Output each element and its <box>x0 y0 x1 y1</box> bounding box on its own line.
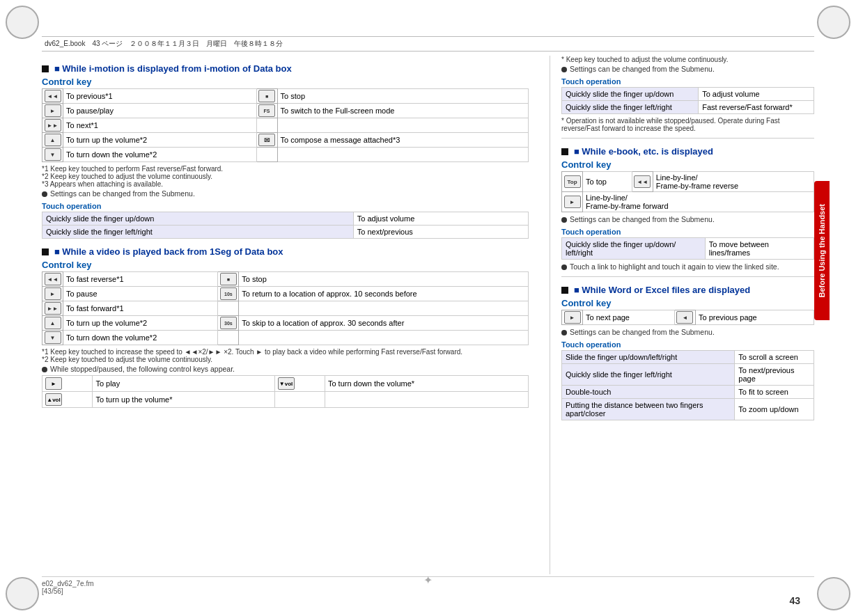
key-icon <box>218 331 239 345</box>
key-desc: To skip to a location of approx. 30 seco… <box>239 316 529 331</box>
touch-op-title-r1: Touch operation <box>561 77 814 86</box>
key-desc <box>277 148 528 162</box>
key-desc: To pause/play <box>63 104 257 118</box>
key-icon: ▲vol <box>42 392 93 408</box>
section-word-title: ■ While Word or Excel files are displaye… <box>561 284 814 295</box>
bullet-square <box>561 148 568 155</box>
corner-decoration-br <box>817 577 850 610</box>
key-icon <box>274 392 325 408</box>
touch-action: To move between lines/frames <box>705 238 814 260</box>
key-icon <box>256 148 277 162</box>
touch-gesture: Slide the finger up/down/left/right <box>562 351 735 364</box>
note-line: *1 Keep key touched to increase the spee… <box>42 348 529 356</box>
key-desc: To previous page <box>695 310 814 325</box>
key-icon: ▼vol <box>274 376 325 392</box>
key-desc: To return to a location of approx. 10 se… <box>239 287 529 301</box>
touch-gesture: Quickly slide the finger left/right <box>562 101 699 114</box>
key-desc: To turn down the volume* <box>325 376 528 392</box>
divider-2 <box>561 276 814 277</box>
table-row: Quickly slide the finger left/right To n… <box>42 226 529 239</box>
table-row: Putting the distance between two fingers… <box>562 399 814 420</box>
key-desc: To next*1 <box>63 118 257 133</box>
header-text: dv62_E.book 43 ページ ２００８年１１月３日 月曜日 午後８時１８… <box>45 39 283 49</box>
bottom-crosshair: ✦ <box>423 574 433 587</box>
key-desc <box>277 118 528 133</box>
table-row: ▼ To turn down the volume*2 <box>42 331 529 345</box>
key-desc: To fast forward*1 <box>63 301 218 316</box>
table-row: ►► To fast forward*1 <box>42 301 529 316</box>
table-row: ◄◄ To fast reverse*1 ■ To stop <box>42 272 529 287</box>
touch-gesture: Quickly slide the finger up/down <box>42 212 354 226</box>
touch-op-title-1: Touch operation <box>42 202 529 210</box>
control-key-label-r2: Control key <box>561 159 814 170</box>
table-row: ▲vol To turn up the volume* <box>42 392 529 408</box>
table-row: Quickly slide the finger left/right Fast… <box>562 101 814 114</box>
key-icon: ►► <box>42 301 63 316</box>
section-1seg: ■ While a video is played back from 1Seg… <box>42 246 529 408</box>
word-note: Settings can be changed from the Submenu… <box>561 328 814 336</box>
key-icon: 30s <box>218 316 239 331</box>
control-key-table-1: ◄◄ To previous*1 ■ To stop ► To pause/pl… <box>42 88 529 162</box>
key-icon: ◄ <box>674 310 695 325</box>
table-row: ►► To next*1 <box>42 118 529 133</box>
table-row: Top To top ◄◄ Line-by-line/Frame-by-fram… <box>562 172 814 192</box>
right-asterisk-1: * Operation is not available while stopp… <box>561 117 814 132</box>
key-desc: Line-by-line/Frame-by-frame forward <box>583 192 814 212</box>
touch-action: To zoom up/down <box>735 399 814 420</box>
key-icon: ► <box>42 376 93 392</box>
touch-gesture: Quickly slide the finger left/right <box>42 226 354 239</box>
key-icon: ◄◄ <box>42 89 63 104</box>
key-icon: ▲ <box>42 316 63 331</box>
touch-gesture: Double-touch <box>562 386 735 399</box>
key-desc: To switch to the Full-screen mode <box>277 104 528 118</box>
table-row: ◄◄ To previous*1 ■ To stop <box>42 89 529 104</box>
touch-action: To next/previous <box>353 226 528 239</box>
key-icon: ■ <box>256 89 277 104</box>
note-line: * Keep key touched to adjust the volume … <box>561 56 814 63</box>
section-imotion: ■ While i-motion is displayed from i-mot… <box>42 63 529 239</box>
key-desc: To turn down the volume*2 <box>63 331 218 345</box>
key-icon: ✉ <box>256 133 277 148</box>
key-icon: ▲ <box>42 133 63 148</box>
corner-decoration-bl <box>6 577 39 610</box>
key-icon: ▼ <box>42 148 63 162</box>
key-desc <box>239 301 529 316</box>
table-row: ► Line-by-line/Frame-by-frame forward <box>562 192 814 212</box>
footer-page-info: [43/56] <box>42 587 94 595</box>
touch-op-table-r2: Quickly slide the finger up/down/ left/r… <box>561 237 814 260</box>
table-row: Quickly slide the finger up/down To adju… <box>42 212 529 226</box>
table-row: Quickly slide the finger up/down/ left/r… <box>562 238 814 260</box>
key-icon <box>256 118 277 133</box>
table-row: ▼ To turn down the volume*2 <box>42 148 529 162</box>
section-tab-text: Before Using the Handset <box>818 204 826 297</box>
touch-action: To scroll a screen <box>735 351 814 364</box>
table-row: ► To next page ◄ To previous page <box>562 310 814 325</box>
play-control-table: ► To play ▼vol To turn down the volume* … <box>42 375 529 408</box>
touch-action: To adjust volume <box>353 212 528 226</box>
table-row: ▲ To turn up the volume*2 ✉ To compose a… <box>42 133 529 148</box>
note-bullet: Settings can be changed from the Submenu… <box>561 65 814 73</box>
touch-gesture: Putting the distance between two fingers… <box>562 399 735 420</box>
corner-decoration-tl <box>6 6 39 39</box>
section-word-excel: ■ While Word or Excel files are displaye… <box>561 284 814 420</box>
notes-1: *1 Keep key touched to perform Fast reve… <box>42 165 529 198</box>
touch-action: To next/previous page <box>735 364 814 386</box>
footer-left: e02_dv62_7e.fm [43/56] <box>42 580 94 595</box>
ebook-note: Settings can be changed from the Submenu… <box>561 215 814 223</box>
control-key-label-1: Control key <box>42 77 529 87</box>
footer-filename: e02_dv62_7e.fm <box>42 580 94 587</box>
key-desc: To compose a message attached*3 <box>277 133 528 148</box>
table-row: ► To pause 10s To return to a location o… <box>42 287 529 301</box>
key-desc: To turn up the volume*2 <box>63 133 257 148</box>
key-icon: ► <box>562 310 583 325</box>
touch-gesture: Quickly slide the finger left/right <box>562 364 735 386</box>
notes-2: *1 Keep key touched to increase the spee… <box>42 348 529 373</box>
control-key-table-2: ◄◄ To fast reverse*1 ■ To stop ► To paus… <box>42 271 529 345</box>
key-icon: 10s <box>218 287 239 301</box>
bullet-square <box>42 65 49 72</box>
key-desc: To stop <box>277 89 528 104</box>
divider <box>561 138 814 139</box>
note-line: *2 Keep key touched to adjust the volume… <box>42 173 529 180</box>
key-icon: Top <box>562 172 583 192</box>
key-desc: Line-by-line/Frame-by-frame reverse <box>653 172 814 192</box>
